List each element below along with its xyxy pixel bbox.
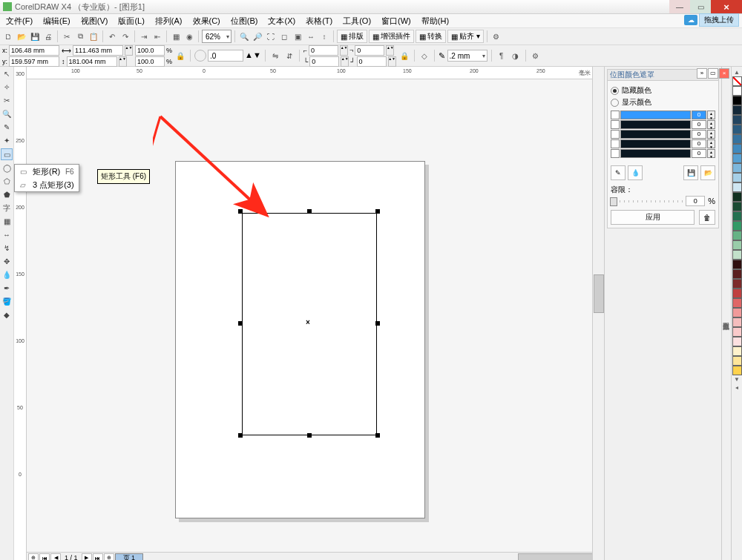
scalex-field[interactable]: 100.0 bbox=[135, 45, 165, 56]
height-spin[interactable]: ▲▼ bbox=[119, 56, 127, 67]
vertical-scrollbar[interactable] bbox=[592, 67, 604, 560]
zoom-in-icon[interactable]: 🔍 bbox=[238, 30, 250, 42]
ellipse-tool-icon[interactable]: ◯ bbox=[1, 162, 13, 174]
menu-bitmap[interactable]: 位图(B) bbox=[228, 15, 261, 27]
welcome-icon[interactable]: ◉ bbox=[183, 30, 195, 42]
rot-spin[interactable]: ▲▼ bbox=[245, 50, 261, 61]
docker-collapse-icon[interactable]: » bbox=[697, 68, 707, 79]
color-swatch[interactable] bbox=[732, 173, 742, 182]
color-swatch[interactable] bbox=[732, 337, 742, 346]
menu-edit[interactable]: 编辑(E) bbox=[40, 15, 73, 27]
options2-icon[interactable]: ⚙ bbox=[530, 50, 542, 62]
app-launcher-icon[interactable]: ▦ bbox=[170, 30, 182, 42]
close-button[interactable]: × bbox=[711, 0, 742, 13]
color-swatch[interactable] bbox=[732, 269, 742, 279]
menu-tools[interactable]: 工具(O) bbox=[340, 15, 374, 27]
zoom-width-icon[interactable]: ↔ bbox=[305, 30, 317, 42]
basic-shapes-icon[interactable]: ⬟ bbox=[1, 189, 13, 200]
zoom-out-icon[interactable]: 🔎 bbox=[252, 30, 263, 42]
save-icon[interactable]: 💾 bbox=[29, 30, 41, 42]
show-colors-radio[interactable]: 显示颜色 bbox=[611, 97, 715, 108]
handle-sw[interactable] bbox=[238, 433, 243, 438]
crop-tool-icon[interactable]: ✂ bbox=[1, 95, 13, 106]
nofill-swatch[interactable] bbox=[732, 76, 742, 86]
color-swatch[interactable] bbox=[732, 366, 742, 375]
minimize-button[interactable]: — bbox=[669, 0, 690, 13]
mask-color-row[interactable]: 0▲▼ bbox=[611, 130, 715, 139]
color-swatch[interactable] bbox=[732, 125, 742, 134]
dimension-tool-icon[interactable]: ↔ bbox=[1, 229, 13, 240]
color-swatch[interactable] bbox=[732, 163, 742, 173]
color-swatch[interactable] bbox=[732, 86, 742, 96]
import-icon[interactable]: ⇥ bbox=[138, 30, 150, 42]
pick-tool-icon[interactable]: ↖ bbox=[1, 68, 13, 79]
connector-tool-icon[interactable]: ↯ bbox=[1, 243, 13, 254]
handle-e[interactable] bbox=[375, 321, 380, 326]
corner-lock-icon[interactable]: 🔒 bbox=[398, 50, 410, 62]
color-swatch[interactable] bbox=[732, 240, 742, 250]
polygon-tool-icon[interactable]: ⬠ bbox=[1, 176, 13, 187]
export-icon[interactable]: ⇤ bbox=[151, 30, 163, 42]
vertical-ruler[interactable]: 300250200150100500 bbox=[14, 67, 27, 560]
freehand-tool-icon[interactable]: ✎ bbox=[1, 122, 13, 133]
color-swatch[interactable] bbox=[732, 211, 742, 221]
behind-fill-icon[interactable]: ◑ bbox=[510, 50, 522, 62]
page-add2-icon[interactable]: ⊕ bbox=[104, 553, 114, 561]
layout-button[interactable]: ▦ 排版 bbox=[337, 30, 367, 43]
mask-color-row[interactable]: 0▲▼ bbox=[611, 149, 715, 158]
maximize-button[interactable]: ▭ bbox=[690, 0, 711, 13]
flyout-rectangle[interactable]: ▭ 矩形(R) F6 bbox=[15, 165, 79, 178]
flyout-3pt-rectangle[interactable]: ▱ 3 点矩形(3) bbox=[15, 178, 79, 191]
color-swatch[interactable] bbox=[732, 308, 742, 317]
slider-thumb[interactable] bbox=[610, 197, 617, 206]
color-swatch[interactable] bbox=[732, 356, 742, 366]
tolerance-slider[interactable] bbox=[611, 200, 683, 202]
handle-se[interactable] bbox=[375, 433, 380, 438]
page-prev-icon[interactable]: ◀ bbox=[50, 553, 61, 561]
redo-icon[interactable]: ↷ bbox=[119, 30, 131, 42]
canvas[interactable]: × bbox=[27, 79, 592, 552]
mask-color-row[interactable]: 0▲▼ bbox=[611, 111, 715, 119]
color-swatch[interactable] bbox=[732, 289, 742, 298]
color-swatch[interactable] bbox=[732, 202, 742, 211]
menu-view[interactable]: 视图(V) bbox=[78, 15, 111, 27]
eyedrop-icon[interactable]: 💧 bbox=[628, 165, 643, 180]
zoom-select-icon[interactable]: ◻ bbox=[278, 30, 290, 42]
scaley-field[interactable]: 100.0 bbox=[135, 56, 165, 67]
menu-effects[interactable]: 效果(C) bbox=[190, 15, 223, 27]
horizontal-ruler[interactable]: 毫米 10050050100150200250300350 bbox=[27, 67, 592, 79]
corner1-field[interactable]: 0 bbox=[309, 45, 338, 56]
zoom-fit-icon[interactable]: ⛶ bbox=[265, 30, 277, 42]
apply-button[interactable]: 应用 bbox=[611, 210, 695, 225]
color-swatch[interactable] bbox=[732, 134, 742, 144]
eyedropper-icon[interactable]: 💧 bbox=[1, 269, 13, 280]
delete-mask-icon[interactable]: 🗑 bbox=[699, 210, 715, 225]
zoom-height-icon[interactable]: ↕ bbox=[318, 30, 330, 42]
handle-n[interactable] bbox=[307, 209, 312, 214]
palette-fly-icon[interactable]: ◂ bbox=[735, 384, 738, 391]
menu-file[interactable]: 文件(F) bbox=[3, 15, 36, 27]
menu-text[interactable]: 文本(X) bbox=[265, 15, 298, 27]
color-swatch[interactable] bbox=[732, 327, 742, 337]
zoom-tool-icon[interactable]: 🔍 bbox=[1, 108, 13, 119]
outline-width-field[interactable]: .2 mm bbox=[447, 50, 487, 62]
outline-tool-icon[interactable]: ✒ bbox=[1, 283, 13, 294]
color-swatch[interactable] bbox=[732, 298, 742, 308]
page-last-icon[interactable]: ⏭ bbox=[93, 553, 103, 561]
center-marker[interactable]: × bbox=[306, 318, 310, 326]
handle-s[interactable] bbox=[307, 433, 312, 438]
interactive-fill-icon[interactable]: ◆ bbox=[1, 309, 13, 320]
copy-icon[interactable]: ⧉ bbox=[74, 30, 86, 42]
table-tool-icon[interactable]: ▦ bbox=[1, 216, 13, 227]
palette-down-icon[interactable]: ▼ bbox=[734, 376, 740, 383]
corner2-field[interactable]: 0 bbox=[355, 45, 384, 56]
color-swatch[interactable] bbox=[732, 192, 742, 202]
docker-min-icon[interactable]: ▭ bbox=[708, 68, 718, 79]
docker-close-icon[interactable]: × bbox=[719, 68, 729, 79]
interactive-tool-icon[interactable]: ✥ bbox=[1, 256, 13, 267]
open-icon[interactable]: 📂 bbox=[16, 30, 27, 42]
corner4-field[interactable]: 0 bbox=[357, 56, 387, 67]
open-mask-icon[interactable]: 📂 bbox=[700, 165, 715, 180]
plugin-button[interactable]: ▦ 增强插件 bbox=[369, 30, 414, 43]
new-icon[interactable]: 🗋 bbox=[2, 30, 14, 42]
